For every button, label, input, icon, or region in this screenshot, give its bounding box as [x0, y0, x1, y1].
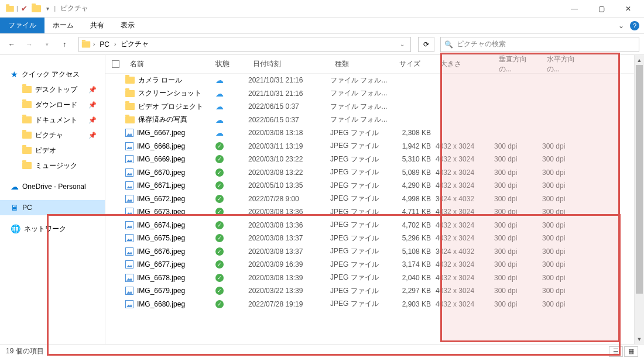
table-row[interactable]: カメラ ロール☁2021/10/31 21:16ファイル フォル... — [105, 74, 634, 87]
file-date: 2020/03/08 13:36 — [248, 208, 330, 216]
vertical-scrollbar[interactable]: ▲ ▼ — [634, 55, 644, 344]
sidebar-music[interactable]: ミュージック — [0, 158, 105, 173]
table-row[interactable]: IMG_6667.jpeg☁2020/03/08 13:18JPEG ファイル2… — [105, 126, 634, 140]
sidebar-onedrive[interactable]: ☁ OneDrive - Personal — [0, 179, 105, 194]
qat-newfolder-icon[interactable] — [31, 4, 42, 14]
col-dimensions[interactable]: 大きさ — [436, 59, 494, 69]
refresh-button[interactable]: ⟳ — [418, 37, 434, 52]
cloud-status-icon: ☁ — [215, 75, 224, 85]
qat-divider: | — [16, 5, 18, 12]
col-vertical-dpi[interactable]: 垂直方向の... — [494, 55, 542, 74]
file-type: ファイル フォル... — [330, 75, 395, 85]
crumb-sep-1: › — [113, 41, 117, 47]
maximize-button[interactable]: ▢ — [588, 0, 615, 18]
col-name[interactable]: 名前 — [125, 59, 213, 69]
sidebar-desktop[interactable]: デスクトップ 📌 — [0, 82, 105, 97]
table-row[interactable]: IMG_6673.jpeg✓2020/03/08 13:36JPEG ファイル4… — [105, 205, 634, 219]
recent-dropdown[interactable]: ▾ — [40, 37, 54, 51]
col-checkbox[interactable] — [105, 60, 125, 68]
tab-share[interactable]: 共有 — [82, 18, 112, 33]
address-bar[interactable]: › PC › ピクチャ ⌄ — [78, 37, 411, 52]
sidebar-pc[interactable]: 🖥 PC — [0, 200, 105, 215]
file-type: JPEG ファイル — [330, 194, 395, 204]
file-name: IMG_6669.jpeg — [137, 155, 185, 163]
app-folder-icon — [5, 4, 14, 13]
file-vdpi: 300 dpi — [494, 300, 542, 308]
file-date: 2020/03/10 23:22 — [248, 155, 330, 163]
file-type: JPEG ファイル — [330, 207, 395, 217]
col-type[interactable]: 種類 — [330, 59, 395, 69]
sidebar-downloads[interactable]: ダウンロード 📌 — [0, 97, 105, 112]
table-row[interactable]: ビデオ プロジェクト☁2022/06/15 0:37ファイル フォル... — [105, 100, 634, 113]
sidebar-pc-label: PC — [22, 204, 32, 212]
file-date: 2020/05/10 13:35 — [248, 181, 330, 190]
col-horizontal-dpi[interactable]: 水平方向の... — [542, 55, 589, 74]
tab-view[interactable]: 表示 — [112, 18, 143, 33]
file-dimensions: 4032 x 3024 — [436, 260, 494, 268]
qat-properties-icon[interactable]: ✔ — [19, 4, 30, 14]
ribbon-expand-icon[interactable]: ⌄ — [618, 22, 624, 30]
folder-icon — [125, 90, 135, 97]
up-button[interactable]: ↑ — [57, 37, 71, 51]
col-size[interactable]: サイズ — [395, 59, 436, 69]
file-name: IMG_6677.jpeg — [137, 260, 185, 268]
folder-icon — [22, 132, 32, 139]
help-icon[interactable]: ? — [630, 21, 639, 30]
table-row[interactable]: IMG_6670.jpeg✓2020/03/08 13:22JPEG ファイル5… — [105, 166, 634, 180]
table-row[interactable]: IMG_6671.jpeg✓2020/05/10 13:35JPEG ファイル4… — [105, 179, 634, 192]
table-row[interactable]: IMG_6680.jpeg✓2022/07/28 19:19JPEG ファイル2… — [105, 298, 634, 311]
file-date: 2020/03/08 13:37 — [248, 234, 330, 242]
sidebar-documents[interactable]: ドキュメント 📌 — [0, 112, 105, 128]
minimize-button[interactable]: — — [561, 0, 588, 18]
address-dropdown-icon[interactable]: ⌄ — [396, 41, 408, 47]
table-row[interactable]: IMG_6676.jpeg✓2020/03/08 13:37JPEG ファイル5… — [105, 245, 634, 259]
view-icons-button[interactable]: ▦ — [624, 346, 638, 357]
sidebar-pictures[interactable]: ピクチャ 📌 — [0, 128, 105, 143]
file-size: 2,903 KB — [395, 300, 436, 308]
sidebar-network[interactable]: 🌐 ネットワーク — [0, 221, 105, 236]
view-details-button[interactable]: ☰ — [609, 346, 623, 357]
search-box[interactable]: 🔍 ピクチャの検索 — [440, 37, 639, 52]
table-row[interactable]: IMG_6674.jpeg✓2020/03/08 13:36JPEG ファイル4… — [105, 219, 634, 232]
file-dimensions: 3024 x 4032 — [436, 247, 494, 256]
sidebar-quick-access[interactable]: ★ クイック アクセス — [0, 67, 105, 82]
tab-home[interactable]: ホーム — [44, 18, 82, 33]
scroll-thumb[interactable] — [636, 65, 643, 294]
table-row[interactable]: IMG_6672.jpeg✓2022/07/28 9:00JPEG ファイル4,… — [105, 192, 634, 206]
file-name: IMG_6678.jpeg — [137, 274, 185, 282]
scroll-down-icon[interactable]: ▼ — [635, 334, 644, 344]
file-dimensions: 4032 x 3024 — [436, 168, 494, 177]
col-status[interactable]: 状態 — [213, 59, 248, 69]
synced-status-icon: ✓ — [215, 155, 224, 163]
image-file-icon — [125, 168, 133, 177]
table-row[interactable]: IMG_6679.jpeg✓2020/03/22 13:39JPEG ファイル2… — [105, 284, 634, 298]
folder-icon — [22, 86, 32, 93]
file-hdpi: 300 dpi — [542, 274, 589, 282]
table-row[interactable]: スクリーンショット☁2021/10/31 21:16ファイル フォル... — [105, 87, 634, 101]
sidebar-desktop-label: デスクトップ — [35, 85, 77, 95]
table-row[interactable]: 保存済みの写真☁2022/06/15 0:37ファイル フォル... — [105, 113, 634, 127]
file-hdpi: 300 dpi — [542, 155, 589, 163]
table-row[interactable]: IMG_6675.jpeg✓2020/03/08 13:37JPEG ファイル5… — [105, 232, 634, 245]
search-icon: 🔍 — [444, 40, 453, 49]
table-row[interactable]: IMG_6669.jpeg✓2020/03/10 23:22JPEG ファイル5… — [105, 153, 634, 166]
qat-dropdown-icon[interactable]: ▾ — [43, 4, 53, 14]
file-vdpi: 300 dpi — [494, 142, 542, 150]
scroll-up-icon[interactable]: ▲ — [635, 55, 644, 65]
file-name: カメラ ロール — [138, 75, 182, 85]
table-row[interactable]: IMG_6677.jpeg✓2020/03/09 16:39JPEG ファイル3… — [105, 258, 634, 271]
table-row[interactable]: IMG_6668.jpeg✓2020/03/11 13:19JPEG ファイル1… — [105, 140, 634, 153]
crumb-pictures[interactable]: ピクチャ — [118, 39, 151, 49]
navigation-bar: ← → ▾ ↑ › PC › ピクチャ ⌄ ⟳ 🔍 ピクチャの検索 — [0, 34, 644, 55]
close-button[interactable]: ✕ — [615, 0, 642, 18]
sidebar-videos[interactable]: ビデオ — [0, 143, 105, 158]
file-date: 2020/03/11 13:19 — [248, 142, 330, 150]
table-row[interactable]: IMG_6678.jpeg✓2020/03/08 13:39JPEG ファイル2… — [105, 271, 634, 285]
col-date[interactable]: 日付時刻 — [248, 59, 330, 69]
crumb-pc[interactable]: PC — [97, 40, 112, 49]
file-date: 2020/03/08 13:22 — [248, 168, 330, 177]
forward-button[interactable]: → — [22, 37, 36, 51]
tab-file[interactable]: ファイル — [0, 18, 44, 33]
back-button[interactable]: ← — [5, 37, 19, 51]
file-size: 5,296 KB — [395, 234, 436, 242]
